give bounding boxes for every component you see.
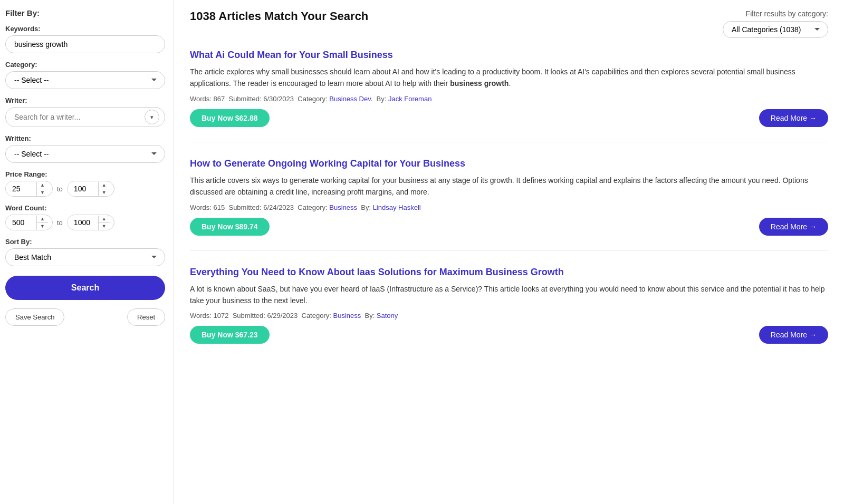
article-actions: Buy Now $89.74 Read More →: [190, 218, 828, 236]
keywords-input[interactable]: [5, 35, 165, 53]
word-count-range-row: ▲ ▼ to ▲ ▼: [5, 215, 165, 230]
written-select[interactable]: -- Select --: [5, 145, 165, 163]
article-title[interactable]: Everything You Need to Know About Iaas S…: [190, 267, 828, 278]
read-more-button[interactable]: Read More →: [759, 109, 828, 127]
word-max-spinners: ▲ ▼: [98, 216, 110, 230]
article-author-link[interactable]: Lindsay Haskell: [373, 203, 421, 211]
writer-field-group: Writer: ▾: [5, 96, 165, 127]
word-min-up[interactable]: ▲: [37, 216, 48, 223]
price-min-down[interactable]: ▼: [37, 189, 48, 196]
writer-chevron-icon[interactable]: ▾: [145, 110, 159, 124]
reset-button[interactable]: Reset: [127, 308, 165, 326]
article-title[interactable]: How to Generate Ongoing Working Capital …: [190, 158, 828, 169]
word-min-spinners: ▲ ▼: [36, 216, 48, 230]
word-max-up[interactable]: ▲: [99, 216, 110, 223]
save-search-button[interactable]: Save Search: [5, 308, 64, 326]
bottom-buttons: Save Search Reset: [5, 308, 165, 326]
word-min-wrap: ▲ ▼: [5, 215, 53, 230]
category-label: Category:: [5, 61, 165, 69]
read-more-button[interactable]: Read More →: [759, 218, 828, 236]
sort-by-select[interactable]: Best Match: [5, 248, 165, 266]
word-count-label: Word Count:: [5, 204, 165, 212]
article-meta: Words: 867 Submitted: 6/30/2023 Category…: [190, 95, 828, 103]
article-meta: Words: 1072 Submitted: 6/29/2023 Categor…: [190, 312, 828, 319]
article-description: The article explores why small businesse…: [190, 66, 828, 90]
article-category-link[interactable]: Business Dev.: [329, 95, 372, 103]
keywords-field-group: Keywords:: [5, 25, 165, 53]
price-max-spinners: ▲ ▼: [98, 182, 110, 196]
article-card: How to Generate Ongoing Working Capital …: [190, 158, 828, 251]
price-max-wrap: ▲ ▼: [67, 181, 114, 197]
word-count-field-group: Word Count: ▲ ▼ to ▲ ▼: [5, 204, 165, 230]
price-min-wrap: ▲ ▼: [5, 181, 53, 197]
word-range-to: to: [57, 219, 63, 227]
article-card: What Ai Could Mean for Your Small Busine…: [190, 50, 828, 142]
word-min-down[interactable]: ▼: [37, 223, 48, 230]
results-title: 1038 Articles Match Your Search: [190, 9, 368, 23]
filter-category-select[interactable]: All Categories (1038): [723, 21, 828, 38]
read-more-button[interactable]: Read More →: [759, 326, 828, 344]
price-min-spinners: ▲ ▼: [36, 182, 48, 196]
category-field-group: Category: -- Select --: [5, 61, 165, 89]
price-max-input[interactable]: [68, 181, 98, 196]
word-max-down[interactable]: ▼: [99, 223, 110, 230]
article-meta: Words: 615 Submitted: 6/24/2023 Category…: [190, 203, 828, 211]
price-range-field-group: Price Range: ▲ ▼ to ▲ ▼: [5, 170, 165, 197]
word-max-wrap: ▲ ▼: [67, 215, 114, 230]
buy-now-button[interactable]: Buy Now $67.23: [190, 326, 270, 344]
filter-by-label: Filter By:: [5, 8, 165, 17]
article-author-link[interactable]: Jack Foreman: [388, 95, 431, 103]
buy-now-button[interactable]: Buy Now $89.74: [190, 218, 270, 236]
sort-by-field-group: Sort By: Best Match: [5, 238, 165, 266]
article-description: This article covers six ways to generate…: [190, 175, 828, 198]
writer-label: Writer:: [5, 96, 165, 104]
word-max-input[interactable]: [68, 215, 98, 230]
price-max-down[interactable]: ▼: [99, 189, 110, 196]
search-button[interactable]: Search: [5, 276, 165, 300]
price-min-input[interactable]: [6, 181, 36, 196]
keywords-label: Keywords:: [5, 25, 165, 33]
article-actions: Buy Now $67.23 Read More →: [190, 326, 828, 344]
article-description: A lot is known about SaaS, but have you …: [190, 283, 828, 307]
filter-category-wrap: Filter results by category: All Categori…: [723, 9, 828, 38]
buy-now-button[interactable]: Buy Now $62.88: [190, 109, 270, 127]
articles-container: What Ai Could Mean for Your Small Busine…: [190, 50, 828, 358]
writer-input[interactable]: [14, 113, 145, 121]
written-label: Written:: [5, 134, 165, 142]
written-field-group: Written: -- Select --: [5, 134, 165, 163]
price-range-label: Price Range:: [5, 170, 165, 178]
price-min-up[interactable]: ▲: [37, 182, 48, 189]
article-title[interactable]: What Ai Could Mean for Your Small Busine…: [190, 50, 828, 61]
article-category-link[interactable]: Business: [333, 312, 361, 319]
article-card: Everything You Need to Know About Iaas S…: [190, 267, 828, 359]
main-content: 1038 Articles Match Your Search Filter r…: [174, 0, 844, 504]
sidebar: Filter By: Keywords: Category: -- Select…: [0, 0, 174, 504]
article-category-link[interactable]: Business: [329, 203, 357, 211]
writer-input-wrap: ▾: [5, 107, 165, 127]
price-max-up[interactable]: ▲: [99, 182, 110, 189]
price-range-to: to: [57, 185, 63, 193]
main-header: 1038 Articles Match Your Search Filter r…: [190, 9, 828, 38]
article-actions: Buy Now $62.88 Read More →: [190, 109, 828, 127]
category-select[interactable]: -- Select --: [5, 71, 165, 89]
sort-by-label: Sort By:: [5, 238, 165, 246]
word-min-input[interactable]: [6, 215, 36, 230]
price-range-row: ▲ ▼ to ▲ ▼: [5, 181, 165, 197]
article-author-link[interactable]: Satony: [377, 312, 398, 319]
filter-category-label: Filter results by category:: [746, 9, 828, 18]
